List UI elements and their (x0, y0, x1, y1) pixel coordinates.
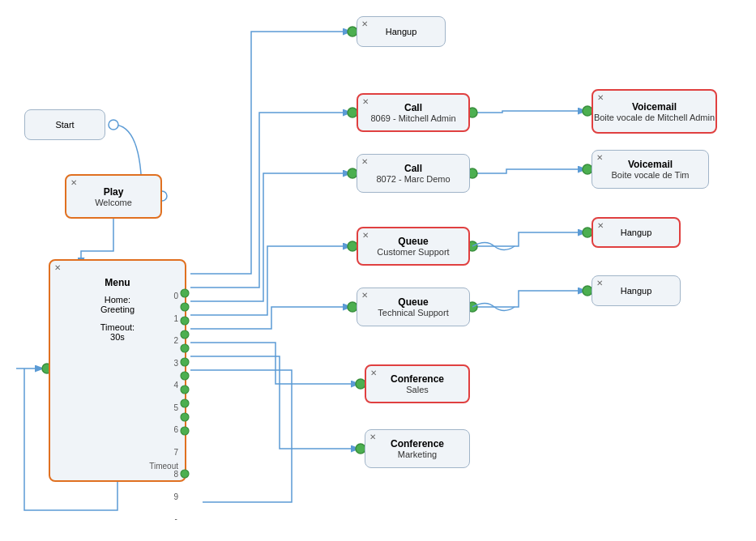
start-node[interactable]: Start (24, 109, 105, 140)
hangup2-close-icon[interactable]: ✕ (597, 221, 604, 230)
svg-point-28 (181, 413, 189, 421)
menu-timeout-port: Timeout (149, 462, 178, 471)
play-close-icon[interactable]: ✕ (70, 178, 77, 187)
conf-mkt-close-icon[interactable]: ✕ (369, 432, 376, 441)
play-sub: Welcome (95, 198, 132, 207)
menu-timeout: Timeout: 30s (100, 322, 135, 342)
queue-ts-node[interactable]: ✕ Queue Technical Support (357, 288, 470, 326)
conf-mkt-title: Conference (391, 438, 444, 449)
menu-title: Menu (105, 277, 130, 288)
voicemail2-node[interactable]: ✕ Voicemail Boite vocale de Tim (592, 150, 709, 189)
queue-ts-title: Queue (398, 296, 428, 308)
voicemail1-sub: Boite vocale de Mitchell Admin (594, 113, 715, 122)
menu-node[interactable]: ✕ Menu Home: Greeting Timeout: 30s 0 1 2… (49, 259, 186, 482)
svg-point-20 (181, 303, 189, 311)
call8069-close-icon[interactable]: ✕ (362, 97, 369, 106)
play-node[interactable]: ✕ Play Welcome (65, 174, 162, 219)
voicemail2-title: Voicemail (628, 159, 673, 170)
call8069-node[interactable]: ✕ Call 8069 - Mitchell Admin (357, 93, 470, 132)
call8069-sub: 8069 - Mitchell Admin (370, 113, 455, 123)
svg-point-22 (181, 330, 189, 339)
call8072-node[interactable]: ✕ Call 8072 - Marc Demo (357, 154, 470, 193)
svg-point-27 (181, 399, 189, 407)
call8072-sub: 8072 - Marc Demo (376, 174, 450, 184)
hangup1-label: Hangup (386, 27, 417, 36)
conf-sales-sub: Sales (406, 385, 429, 394)
hangup2-node[interactable]: ✕ Hangup (592, 217, 681, 248)
menu-home: Home: Greeting (100, 295, 135, 314)
conf-mkt-sub: Marketing (398, 449, 437, 459)
call8069-title: Call (404, 102, 422, 113)
svg-point-26 (181, 386, 189, 394)
conf-sales-close-icon[interactable]: ✕ (370, 368, 377, 377)
conf-sales-title: Conference (391, 373, 444, 385)
voicemail2-close-icon[interactable]: ✕ (596, 153, 603, 162)
flow-canvas: Start ✕ Play Welcome ✕ Menu Home: Greeti… (0, 0, 756, 541)
voicemail1-close-icon[interactable]: ✕ (597, 93, 604, 102)
svg-point-29 (181, 427, 189, 435)
hangup1-node[interactable]: ✕ Hangup (357, 16, 446, 47)
conf-sales-node[interactable]: ✕ Conference Sales (365, 364, 470, 403)
queue-cs-node[interactable]: ✕ Queue Customer Support (357, 227, 470, 266)
hangup3-close-icon[interactable]: ✕ (596, 279, 603, 288)
play-title: Play (104, 186, 124, 198)
menu-close-icon[interactable]: ✕ (54, 263, 61, 272)
hangup3-node[interactable]: ✕ Hangup (592, 275, 681, 306)
voicemail1-title: Voicemail (632, 101, 677, 113)
conf-mkt-node[interactable]: ✕ Conference Marketing (365, 429, 470, 468)
svg-point-30 (181, 470, 189, 478)
queue-ts-sub: Technical Support (378, 308, 448, 317)
svg-point-19 (181, 289, 189, 297)
call8072-close-icon[interactable]: ✕ (361, 157, 368, 166)
svg-point-21 (181, 317, 189, 325)
menu-ports: 0 1 2 3 4 5 6 7 8 9 - (173, 292, 178, 523)
queue-cs-sub: Customer Support (377, 247, 449, 257)
svg-point-24 (181, 358, 189, 366)
voicemail1-node[interactable]: ✕ Voicemail Boite vocale de Mitchell Adm… (592, 89, 717, 134)
svg-point-13 (109, 120, 118, 130)
queue-cs-title: Queue (398, 236, 428, 247)
hangup3-label: Hangup (621, 286, 652, 296)
start-label: Start (55, 120, 74, 130)
hangup2-label: Hangup (621, 228, 652, 237)
queue-ts-close-icon[interactable]: ✕ (361, 291, 368, 300)
svg-point-25 (181, 372, 189, 380)
svg-point-23 (181, 344, 189, 352)
call8072-title: Call (404, 163, 422, 174)
hangup1-close-icon[interactable]: ✕ (361, 19, 368, 28)
voicemail2-sub: Boite vocale de Tim (612, 170, 690, 180)
queue-cs-close-icon[interactable]: ✕ (362, 231, 369, 240)
